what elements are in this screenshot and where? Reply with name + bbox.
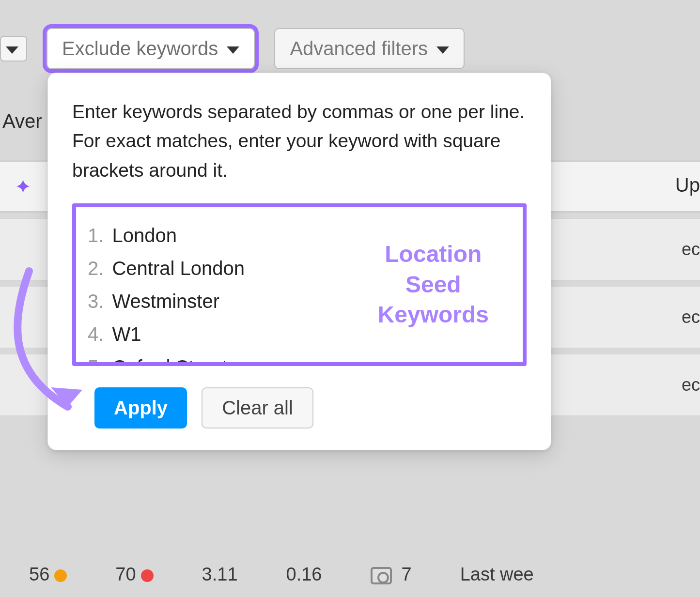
cell-fragment: ec bbox=[682, 307, 700, 327]
advanced-filters-label: Advanced filters bbox=[290, 38, 428, 60]
up-label-fragment: Up bbox=[675, 174, 700, 196]
status-dot-orange bbox=[54, 569, 67, 582]
instruction-text: Enter keywords separated by commas or on… bbox=[72, 97, 527, 185]
sparkle-icon: ✦ bbox=[15, 175, 31, 199]
keywords-textarea[interactable]: LondonCentral LondonWestminsterW1Oxford … bbox=[76, 207, 523, 362]
keywords-list: LondonCentral LondonWestminsterW1Oxford … bbox=[88, 219, 511, 362]
exclude-keywords-dropdown[interactable]: Exclude keywords bbox=[47, 28, 255, 69]
clear-all-button[interactable]: Clear all bbox=[202, 387, 313, 429]
metric-with-icon: 7 bbox=[371, 564, 412, 585]
chevron-down-icon bbox=[227, 46, 239, 54]
cell-fragment: ec bbox=[682, 239, 700, 260]
average-label-fragment: Aver bbox=[2, 110, 42, 132]
keyword-item: W1 bbox=[88, 318, 511, 351]
keyword-item: London bbox=[88, 219, 511, 252]
status-dot-red bbox=[141, 569, 154, 582]
cell-fragment: ec bbox=[682, 375, 700, 395]
metric-value: 0.16 bbox=[286, 564, 322, 585]
last-updated-fragment: Last wee bbox=[460, 564, 534, 585]
keyword-item: Central London bbox=[88, 252, 511, 285]
camera-icon bbox=[371, 567, 392, 584]
filter-toolbar: Exclude keywords Advanced filters bbox=[0, 19, 700, 77]
keyword-item: Westminster bbox=[88, 285, 511, 318]
button-row: Apply Clear all bbox=[94, 387, 527, 429]
metric-value: 70 bbox=[115, 564, 153, 585]
exclude-keywords-popover: Enter keywords separated by commas or on… bbox=[47, 73, 551, 450]
keywords-textarea-highlight: LondonCentral LondonWestminsterW1Oxford … bbox=[72, 203, 527, 366]
advanced-filters-dropdown[interactable]: Advanced filters bbox=[274, 28, 465, 69]
unknown-dropdown[interactable] bbox=[0, 36, 27, 61]
metrics-footer: 56 70 3.11 0.16 7 Last wee bbox=[29, 564, 534, 585]
keyword-item: Oxford Street bbox=[88, 351, 511, 362]
chevron-down-icon bbox=[436, 46, 449, 54]
apply-button[interactable]: Apply bbox=[94, 387, 187, 429]
metric-value: 56 bbox=[29, 564, 67, 585]
exclude-keywords-label: Exclude keywords bbox=[62, 38, 218, 60]
metric-value: 3.11 bbox=[202, 564, 238, 585]
chevron-down-icon bbox=[6, 46, 18, 54]
